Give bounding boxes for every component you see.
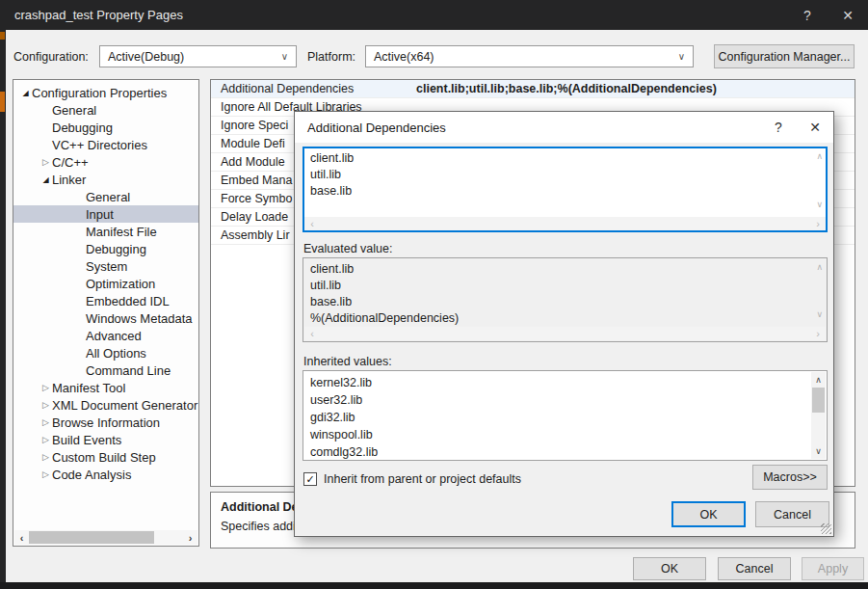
- background-app-bottom-edge: [0, 582, 868, 589]
- configuration-manager-button[interactable]: Configuration Manager...: [714, 44, 855, 68]
- tree-item-embedded-idl[interactable]: Embedded IDL: [13, 292, 198, 309]
- help-icon[interactable]: ?: [787, 0, 828, 30]
- scroll-right-icon[interactable]: ›: [810, 218, 826, 229]
- tree-item-linker[interactable]: ◢Linker: [13, 171, 198, 188]
- scrollbar-thumb[interactable]: [29, 531, 154, 544]
- tree-item-label: System: [86, 259, 127, 274]
- close-icon[interactable]: ✕: [828, 0, 868, 30]
- tree-item-build-events[interactable]: ▷Build Events: [13, 431, 198, 448]
- tree-item-debugging[interactable]: Debugging: [13, 240, 198, 257]
- dependencies-edit-box[interactable]: client.libutil.libbase.lib ∧ ∨ ‹ ›: [302, 147, 828, 232]
- tree-item-optimization[interactable]: Optimization: [13, 275, 198, 292]
- tree-item-label: Windows Metadata: [86, 311, 193, 326]
- tree-item-command-line[interactable]: Command Line: [13, 361, 198, 379]
- tree-item-label: Advanced: [86, 329, 142, 343]
- modal-cancel-button[interactable]: Cancel: [755, 501, 829, 527]
- title-bar: crashpad_test Property Pages ? ✕: [0, 0, 868, 30]
- tree-item-general[interactable]: General: [13, 188, 198, 205]
- tree-item-system[interactable]: System: [13, 257, 198, 275]
- text-line: client.lib: [310, 261, 807, 278]
- expand-icon[interactable]: ▷: [39, 452, 52, 462]
- property-value[interactable]: client.lib;util.lib;base.lib;%(Additiona…: [413, 82, 855, 95]
- text-line: base.lib: [310, 183, 807, 200]
- tree-horizontal-scrollbar[interactable]: ‹ ›: [14, 530, 197, 545]
- evaluated-horizontal-scrollbar[interactable]: ‹ ›: [304, 327, 826, 340]
- scroll-left-icon[interactable]: ‹: [304, 328, 320, 339]
- edit-horizontal-scrollbar[interactable]: ‹ ›: [304, 217, 826, 230]
- tree-item-xml-document-generator[interactable]: ▷XML Document Generator: [13, 396, 198, 414]
- collapse-icon[interactable]: ◢: [39, 175, 52, 184]
- tree-item-advanced[interactable]: Advanced: [13, 327, 198, 344]
- tree-item-label: Manifest File: [86, 225, 157, 239]
- platform-dropdown[interactable]: Active(x64) ∨: [365, 45, 694, 67]
- tree-item-label: Debugging: [86, 242, 146, 256]
- text-line: comdlg32.lib: [310, 443, 807, 461]
- text-line: winspool.lib: [310, 426, 807, 443]
- help-icon[interactable]: ?: [760, 112, 797, 143]
- cancel-button[interactable]: Cancel: [718, 557, 791, 580]
- scroll-down-icon[interactable]: ∨: [811, 446, 826, 456]
- property-row-additional-dependencies[interactable]: Additional Dependenciesclient.lib;util.l…: [211, 80, 855, 98]
- tree-item-configuration-properties[interactable]: ◢Configuration Properties: [13, 84, 198, 101]
- scroll-right-icon[interactable]: ›: [810, 328, 826, 339]
- scroll-up-icon[interactable]: ∧: [816, 262, 823, 272]
- apply-button: Apply: [802, 557, 864, 580]
- scroll-down-icon[interactable]: ∨: [816, 200, 823, 209]
- evaluated-value-text: client.libutil.libbase.lib%(AdditionalDe…: [310, 261, 807, 327]
- expand-icon[interactable]: ▷: [39, 157, 52, 167]
- macros-button[interactable]: Macros>>: [752, 465, 828, 490]
- close-icon[interactable]: ✕: [797, 112, 833, 143]
- scroll-left-icon[interactable]: ‹: [304, 218, 320, 229]
- configuration-label: Configuration:: [13, 50, 89, 64]
- collapse-icon[interactable]: ◢: [19, 89, 32, 97]
- scroll-left-icon[interactable]: ‹: [14, 532, 29, 544]
- tree-item-label: General: [52, 103, 96, 118]
- expand-icon[interactable]: ▷: [39, 383, 52, 392]
- tree-item-all-options[interactable]: All Options: [13, 344, 198, 361]
- text-line: client.lib: [310, 150, 807, 167]
- tree-item-label: General: [86, 190, 130, 204]
- resize-grip[interactable]: [821, 523, 831, 534]
- expand-icon[interactable]: ▷: [39, 417, 52, 427]
- tree-item-label: Input: [86, 207, 114, 222]
- tree-item-label: Manifest Tool: [52, 381, 125, 395]
- expand-icon[interactable]: ▷: [39, 469, 52, 479]
- ok-button[interactable]: OK: [633, 557, 706, 580]
- tree-item-label: Debugging: [52, 120, 113, 135]
- inherited-vertical-scrollbar[interactable]: ∧ ∨: [811, 372, 826, 459]
- configuration-tree-pane: ◢Configuration PropertiesGeneralDebuggin…: [13, 79, 199, 547]
- tree-item-debugging[interactable]: Debugging: [13, 119, 198, 136]
- scroll-right-icon[interactable]: ›: [183, 532, 197, 544]
- scroll-up-icon[interactable]: ∧: [816, 151, 823, 161]
- platform-label: Platform:: [307, 50, 355, 64]
- tree-item-general[interactable]: General: [13, 101, 198, 119]
- tree-item-custom-build-step[interactable]: ▷Custom Build Step: [13, 448, 198, 466]
- scroll-up-icon[interactable]: ∧: [811, 375, 826, 385]
- tree-item-manifest-file[interactable]: Manifest File: [13, 223, 198, 240]
- inherit-checkbox-label: Inherit from parent or project defaults: [324, 472, 521, 486]
- evaluated-value-box[interactable]: client.libutil.libbase.lib%(AdditionalDe…: [302, 257, 828, 342]
- inherit-checkbox[interactable]: ✓: [303, 472, 317, 486]
- tree-item-code-analysis[interactable]: ▷Code Analysis: [13, 466, 198, 483]
- modal-ok-button[interactable]: OK: [671, 501, 746, 527]
- scroll-down-icon[interactable]: ∨: [816, 309, 823, 319]
- tree-view: ◢Configuration PropertiesGeneralDebuggin…: [13, 84, 198, 483]
- tree-item-label: Optimization: [86, 277, 155, 291]
- background-app-edge: [0, 30, 6, 582]
- tree-item-vc-directories[interactable]: VC++ Directories: [13, 136, 198, 153]
- evaluated-value-label: Evaluated value:: [303, 242, 392, 255]
- configuration-dropdown[interactable]: Active(Debug) ∨: [99, 45, 297, 67]
- scrollbar-thumb[interactable]: [812, 388, 825, 413]
- additional-dependencies-dialog: Additional Dependencies ? ✕ client.libut…: [294, 111, 834, 537]
- inherited-values-label: Inherited values:: [303, 355, 392, 368]
- expand-icon[interactable]: ▷: [39, 400, 52, 410]
- tree-item-input[interactable]: Input: [13, 205, 198, 223]
- expand-icon[interactable]: ▷: [39, 435, 52, 444]
- tree-item-browse-information[interactable]: ▷Browse Information: [13, 414, 198, 431]
- tree-item-manifest-tool[interactable]: ▷Manifest Tool: [13, 379, 198, 396]
- tree-item-windows-metadata[interactable]: Windows Metadata: [13, 309, 198, 327]
- tree-item-c-c[interactable]: ▷C/C++: [13, 153, 198, 171]
- inherited-values-box[interactable]: kernel32.libuser32.libgdi32.libwinspool.…: [302, 370, 828, 461]
- inherited-values-text: kernel32.libuser32.libgdi32.libwinspool.…: [310, 374, 807, 461]
- inherit-checkbox-row[interactable]: ✓ Inherit from parent or project default…: [303, 472, 521, 486]
